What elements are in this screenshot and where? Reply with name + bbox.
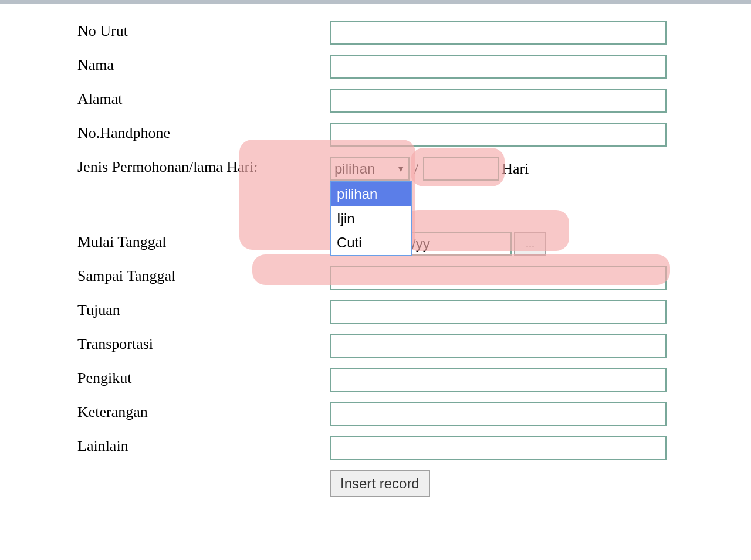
- label-lainlain: Lainlain: [77, 436, 330, 456]
- row-submit: Insert record: [77, 470, 751, 497]
- input-lainlain[interactable]: [330, 436, 667, 460]
- row-alamat: Alamat: [77, 89, 751, 114]
- chevron-down-icon: ▼: [397, 164, 405, 174]
- input-lama-hari[interactable]: [423, 157, 499, 181]
- row-transportasi: Transportasi: [77, 334, 751, 359]
- input-no-urut[interactable]: [330, 21, 667, 45]
- input-alamat[interactable]: [330, 89, 667, 113]
- row-mulai-tanggal: Mulai Tanggal /yy ...: [77, 232, 751, 257]
- label-hari-suffix: Hari: [502, 160, 529, 178]
- row-nama: Nama: [77, 55, 751, 80]
- row-tujuan: Tujuan: [77, 300, 751, 325]
- input-nama[interactable]: [330, 55, 667, 79]
- dropdown-jenis-permohonan: pilihan Ijin Cuti: [330, 181, 412, 256]
- form-container: No Urut Nama Alamat No.Handphone Jenis P…: [0, 4, 751, 497]
- dropdown-option-cuti[interactable]: Cuti: [331, 230, 411, 255]
- label-no-urut: No Urut: [77, 21, 330, 41]
- label-transportasi: Transportasi: [77, 334, 330, 354]
- label-keterangan: Keterangan: [77, 402, 330, 422]
- label-jenis-permohonan: Jenis Permohonan/lama Hari:: [77, 157, 330, 177]
- date-placeholder-text: /yy: [412, 236, 430, 252]
- label-pengikut: Pengikut: [77, 368, 330, 388]
- row-lainlain: Lainlain: [77, 436, 751, 461]
- input-tujuan[interactable]: [330, 300, 667, 324]
- input-sampai-tanggal[interactable]: [330, 266, 667, 290]
- row-keterangan: Keterangan: [77, 402, 751, 427]
- label-tujuan: Tujuan: [77, 300, 330, 320]
- input-no-handphone[interactable]: [330, 123, 667, 147]
- label-sampai-tanggal: Sampai Tanggal: [77, 266, 330, 286]
- label-nama: Nama: [77, 55, 330, 75]
- dropdown-option-ijin[interactable]: Ijin: [331, 206, 411, 231]
- date-picker-button[interactable]: ...: [514, 232, 546, 256]
- input-pengikut[interactable]: [330, 368, 667, 392]
- row-no-handphone: No.Handphone: [77, 123, 751, 148]
- row-sampai-tanggal: Sampai Tanggal: [77, 266, 751, 291]
- label-no-handphone: No.Handphone: [77, 123, 330, 143]
- row-no-urut: No Urut: [77, 21, 751, 46]
- label-alamat: Alamat: [77, 89, 330, 109]
- dropdown-option-pilihan[interactable]: pilihan: [331, 182, 411, 206]
- dropdown-spacer: [77, 191, 751, 232]
- separator-slash: /: [414, 160, 418, 178]
- select-jenis-permohonan[interactable]: pilihan ▼: [330, 157, 410, 181]
- insert-record-button[interactable]: Insert record: [330, 470, 430, 497]
- select-value: pilihan: [334, 161, 375, 177]
- row-jenis-permohonan: Jenis Permohonan/lama Hari: pilihan ▼ pi…: [77, 157, 751, 182]
- label-mulai-tanggal: Mulai Tanggal: [77, 232, 330, 252]
- input-keterangan[interactable]: [330, 402, 667, 426]
- input-transportasi[interactable]: [330, 334, 667, 358]
- row-pengikut: Pengikut: [77, 368, 751, 393]
